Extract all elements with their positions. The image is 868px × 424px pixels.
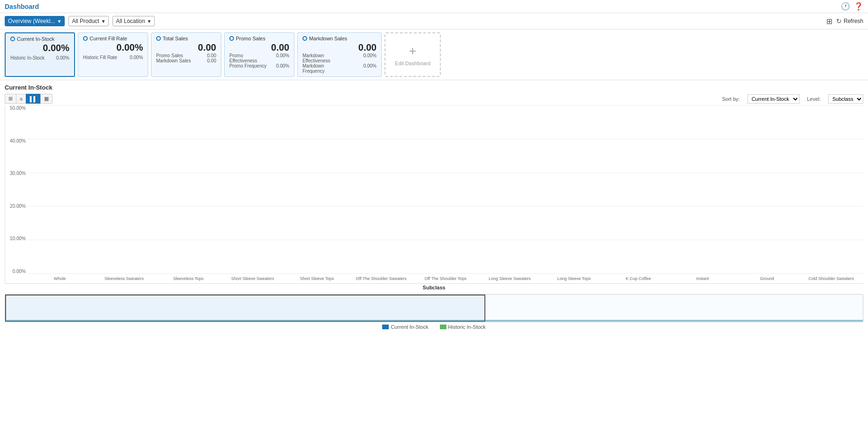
chart-plot (28, 106, 863, 274)
list-view-button[interactable]: ≡ (16, 94, 26, 104)
x-label-off-tops: Off The Shoulder Tops (413, 276, 477, 281)
kpi-value: 0.00 (302, 42, 377, 53)
table-view-button[interactable]: ⊞ (5, 94, 16, 104)
chart-container: 0.00% 10.00% 20.00% 30.00% 40.00% 50.00%… (5, 106, 863, 330)
help-icon[interactable]: ❓ (854, 2, 863, 11)
x-label-off-sw: Off The Shoulder Sweaters (349, 276, 413, 281)
kpi-sub-row2: Effectiveness (302, 58, 377, 63)
legend-historic-in-stock: Historic In-Stock (440, 324, 486, 330)
x-label-long-tops: Long Sleeve Tops (542, 276, 606, 281)
y-label-10: 10.00% (5, 236, 28, 241)
kpi-value: 0.00% (83, 42, 143, 53)
x-label-ground: Ground (735, 276, 799, 281)
kpi-indicator (10, 37, 15, 41)
legend-color-historic (440, 325, 446, 329)
kpi-card-markdown-sales[interactable]: Markdown Sales 0.00 Markdown 0.00% Effec… (297, 32, 382, 77)
overview-dropdown[interactable]: Overview (Weekl... ▼ (5, 16, 65, 26)
kpi-card-current-in-stock[interactable]: Current In-Stock 0.00% Historic In-Stock… (5, 32, 75, 77)
kpi-sub-row: Promo 0.00% (229, 53, 289, 58)
kpi-card-current-fill-rate[interactable]: Current Fill Rate 0.00% Historic Fill Ra… (78, 32, 148, 77)
x-label-short-tops: Short Sleeve Tops (285, 276, 349, 281)
location-dropdown-arrow: ▼ (147, 19, 151, 24)
grid-chart-button[interactable]: ▦ (40, 94, 53, 104)
grid-line-20 (28, 206, 863, 206)
filter-bar: Overview (Weekl... ▼ All Product ▼ All L… (0, 13, 868, 30)
clock-icon[interactable]: 🕐 (841, 2, 850, 11)
bar-chart-button[interactable]: ▌▌ (26, 94, 40, 104)
legend-label-historic: Historic In-Stock (448, 324, 486, 330)
chart-section: Current In-Stock ⊞ ≡ ▌▌ ▦ Sort by: Curre… (0, 80, 868, 333)
x-label-short-sw: Short Sleeve Sweaters (220, 276, 285, 281)
level-label: Level: (807, 96, 821, 102)
kpi-sub-row3: Promo Frequency 0.00% (229, 63, 289, 68)
kpi-card-promo-sales[interactable]: Promo Sales 0.00 Promo 0.00% Effectivene… (224, 32, 294, 77)
grid-line-30 (28, 173, 863, 173)
x-label-instant: Instant (671, 276, 735, 281)
chart-toolbar: ⊞ ≡ ▌▌ ▦ Sort by: Current In-Stock Level… (5, 94, 863, 104)
refresh-icon: ↻ (836, 17, 842, 25)
kpi-sub-row: Promo Sales 0.00 (156, 53, 216, 58)
top-bar: Dashboard 🕐 ❓ (0, 0, 868, 13)
location-dropdown[interactable]: All Location ▼ (113, 16, 155, 26)
legend-current-in-stock: Current In-Stock (382, 324, 428, 330)
y-label-0: 0.00% (5, 269, 28, 274)
product-dropdown-arrow: ▼ (101, 19, 106, 24)
kpi-card-header: Promo Sales (229, 36, 289, 41)
kpi-footer: Historic In-Stock 0.00% (10, 55, 69, 61)
legend-color-current (382, 325, 389, 329)
x-label-whole: Whole (28, 276, 92, 281)
y-label-50: 50.00% (5, 106, 28, 111)
kpi-indicator (229, 36, 234, 41)
chart-area: 0.00% 10.00% 20.00% 30.00% 40.00% 50.00%… (5, 106, 863, 284)
refresh-button[interactable]: ↻ Refresh (836, 17, 863, 25)
x-label-cold-sw: Cold Shoulder Sweaters (799, 276, 863, 281)
kpi-sub-row2: Effectiveness (229, 58, 289, 63)
grid-line-10 (28, 240, 863, 240)
kpi-card-header: Current Fill Rate (83, 36, 143, 41)
overview-dropdown-arrow: ▼ (57, 19, 61, 24)
kpi-card-header: Current In-Stock (10, 36, 69, 42)
x-label-sleeveless-sw: Sleeveless Sweaters (92, 276, 156, 281)
sort-by-select[interactable]: Current In-Stock (747, 94, 800, 104)
kpi-value: 0.00% (10, 43, 69, 53)
level-select[interactable]: Subclass (828, 94, 863, 104)
y-axis: 0.00% 10.00% 20.00% 30.00% 40.00% 50.00% (5, 106, 28, 274)
kpi-card-total-sales[interactable]: Total Sales 0.00 Promo Sales 0.00 Markdo… (151, 32, 221, 77)
mini-chart-svg (5, 295, 863, 322)
grid-line-40 (28, 139, 863, 139)
kpi-card-header: Total Sales (156, 36, 216, 41)
sort-by-label: Sort by: (722, 96, 740, 102)
grid-line-50 (28, 105, 863, 106)
x-axis: Whole Sleeveless Sweaters Sleeveless Top… (28, 274, 863, 283)
chart-legend: Current In-Stock Historic In-Stock (5, 324, 863, 330)
product-dropdown[interactable]: All Product ▼ (68, 16, 109, 26)
chart-toolbar-right: Sort by: Current In-Stock Level: Subclas… (722, 94, 863, 104)
chart-toolbar-left: ⊞ ≡ ▌▌ ▦ (5, 94, 53, 104)
chart-view-buttons: ⊞ ≡ ▌▌ ▦ (5, 94, 53, 104)
x-label-long-sw: Long Sleeve Sweaters (478, 276, 542, 281)
plus-icon: + (409, 44, 416, 59)
x-label-sleeveless-tops: Sleeveless Tops (156, 276, 220, 281)
kpi-value: 0.00 (229, 42, 289, 53)
page-title: Dashboard (5, 3, 39, 10)
top-icons: 🕐 ❓ (841, 2, 863, 11)
y-label-40: 40.00% (5, 138, 28, 144)
kpi-indicator (83, 36, 88, 41)
y-label-20: 20.00% (5, 204, 28, 209)
kpi-sub-row2: Markdown Sales 0.00 (156, 58, 216, 63)
chart-title: Current In-Stock (5, 84, 863, 91)
grid-view-icon[interactable]: ⊞ (826, 17, 832, 26)
kpi-footer: Historic Fill Rate 0.00% (83, 55, 143, 60)
mini-chart-scroll[interactable] (5, 294, 863, 322)
add-widget-button[interactable]: + Edit Dashboard (385, 32, 441, 77)
kpi-row: Current In-Stock 0.00% Historic In-Stock… (0, 30, 868, 80)
y-label-30: 30.00% (5, 171, 28, 176)
kpi-sub-row3: Markdown 0.00% (302, 63, 377, 68)
legend-label-current: Current In-Stock (391, 324, 428, 330)
kpi-sub-row: Markdown 0.00% (302, 53, 377, 58)
kpi-card-header: Markdown Sales (302, 36, 377, 41)
kpi-indicator (302, 36, 307, 41)
kpi-value: 0.00 (156, 42, 216, 53)
kpi-sub-row4: Frequency (302, 68, 377, 74)
x-label-kcup: K Cup Coffee (606, 276, 671, 281)
